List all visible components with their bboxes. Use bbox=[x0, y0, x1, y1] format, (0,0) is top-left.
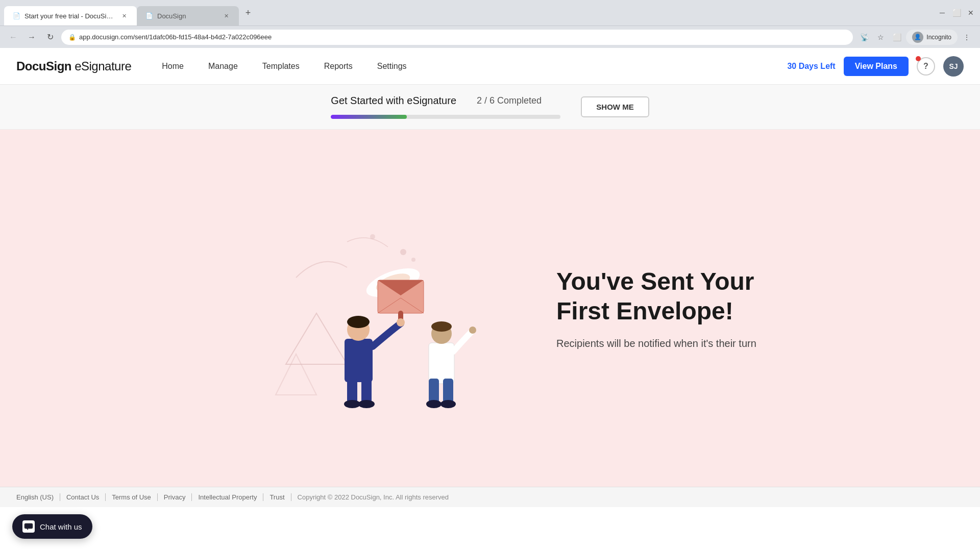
user-avatar[interactable]: SJ bbox=[943, 56, 964, 77]
browser-tab-inactive[interactable]: 📄 DocuSign ✕ bbox=[137, 6, 239, 26]
incognito-label: Incognito bbox=[926, 34, 951, 41]
browser-tabs: 📄 Start your free trial - DocuSign e... … bbox=[4, 0, 937, 26]
logo-suffix: eSignature bbox=[71, 59, 131, 73]
footer-contact[interactable]: Contact Us bbox=[60, 493, 106, 501]
footer-privacy[interactable]: Privacy bbox=[158, 493, 192, 501]
chat-widget[interactable]: Chat with us bbox=[12, 514, 92, 539]
footer-copyright: Copyright © 2022 DocuSign, Inc. All righ… bbox=[291, 493, 449, 501]
header-right: 30 Days Left View Plans ? SJ bbox=[787, 56, 964, 77]
hero-content: You've Sent Your First Envelope! Recipie… bbox=[536, 267, 791, 349]
svg-point-28 bbox=[469, 327, 476, 334]
show-me-button[interactable]: SHOW ME bbox=[581, 96, 649, 117]
forward-button[interactable]: → bbox=[24, 30, 39, 44]
svg-marker-30 bbox=[27, 529, 28, 530]
minimize-button[interactable]: ─ bbox=[937, 8, 947, 18]
menu-icon[interactable]: ⋮ bbox=[960, 30, 974, 44]
svg-point-15 bbox=[347, 316, 370, 328]
view-plans-button[interactable]: View Plans bbox=[844, 57, 909, 76]
progress-info: Get Started with eSignature 2 / 6 Comple… bbox=[331, 95, 649, 119]
new-tab-button[interactable]: + bbox=[241, 6, 255, 20]
incognito-badge[interactable]: 👤 Incognito bbox=[906, 30, 958, 45]
svg-point-27 bbox=[440, 400, 456, 408]
hero-title: You've Sent Your First Envelope! bbox=[556, 267, 791, 325]
toolbar-icons: 📡 ☆ ⬜ 👤 Incognito ⋮ bbox=[857, 30, 974, 45]
chat-label: Chat with us bbox=[40, 522, 82, 531]
notification-dot bbox=[916, 56, 921, 61]
nav-manage[interactable]: Manage bbox=[208, 60, 238, 73]
tab-close-1[interactable]: ✕ bbox=[119, 11, 129, 20]
app-container: DocuSign eSignature Home Manage Template… bbox=[0, 48, 980, 551]
incognito-icon: 👤 bbox=[912, 32, 923, 43]
nav-templates[interactable]: Templates bbox=[262, 60, 300, 73]
svg-point-4 bbox=[370, 234, 375, 239]
svg-point-18 bbox=[344, 400, 360, 408]
hero-subtitle: Recipients will be notified when it's th… bbox=[556, 338, 791, 349]
svg-point-26 bbox=[426, 400, 442, 408]
browser-toolbar: ← → ↻ 🔒 app.docusign.com/sent/1dafc06b-f… bbox=[0, 26, 980, 48]
maximize-button[interactable]: ⬜ bbox=[951, 8, 962, 18]
app-header: DocuSign eSignature Home Manage Template… bbox=[0, 48, 980, 85]
bookmark-icon[interactable]: ☆ bbox=[873, 30, 888, 44]
url-text: app.docusign.com/sent/1dafc06b-fd15-48a4… bbox=[79, 33, 846, 41]
svg-point-3 bbox=[411, 258, 415, 262]
svg-marker-1 bbox=[276, 354, 316, 395]
hero-svg bbox=[245, 201, 480, 415]
svg-point-19 bbox=[358, 400, 375, 408]
days-left-label[interactable]: 30 Days Left bbox=[787, 62, 835, 71]
refresh-button[interactable]: ↻ bbox=[43, 30, 57, 44]
svg-point-2 bbox=[400, 249, 406, 255]
address-bar[interactable]: 🔒 app.docusign.com/sent/1dafc06b-fd15-48… bbox=[61, 30, 853, 45]
footer-language[interactable]: English (US) bbox=[16, 493, 60, 501]
logo[interactable]: DocuSign eSignature bbox=[16, 59, 131, 73]
progress-bar-fill bbox=[331, 115, 407, 119]
nav-reports[interactable]: Reports bbox=[324, 60, 353, 73]
tab-favicon-2: 📄 bbox=[145, 12, 153, 20]
nav-settings[interactable]: Settings bbox=[377, 60, 407, 73]
logo-brand: DocuSign bbox=[16, 59, 71, 73]
footer-terms[interactable]: Terms of Use bbox=[106, 493, 158, 501]
lock-icon: 🔒 bbox=[68, 34, 76, 41]
back-button[interactable]: ← bbox=[6, 30, 20, 44]
footer-ip[interactable]: Intellectual Property bbox=[192, 493, 263, 501]
svg-rect-29 bbox=[24, 523, 33, 529]
tab-close-2[interactable]: ✕ bbox=[222, 11, 231, 20]
progress-count: 2 / 6 Completed bbox=[477, 95, 542, 106]
logo-text: DocuSign eSignature bbox=[16, 59, 131, 73]
progress-title: Get Started with eSignature bbox=[331, 95, 456, 107]
window-controls: ─ ⬜ ✕ bbox=[937, 8, 976, 18]
extension-icon[interactable]: ⬜ bbox=[890, 30, 904, 44]
tab-favicon-1: 📄 bbox=[12, 12, 20, 20]
browser-tab-active[interactable]: 📄 Start your free trial - DocuSign e... … bbox=[4, 6, 137, 26]
nav-home[interactable]: Home bbox=[162, 60, 184, 73]
tab-title-2: DocuSign bbox=[157, 12, 217, 20]
footer-trust[interactable]: Trust bbox=[263, 493, 291, 501]
svg-point-20 bbox=[397, 318, 405, 327]
progress-banner: Get Started with eSignature 2 / 6 Comple… bbox=[0, 85, 980, 130]
close-button[interactable]: ✕ bbox=[966, 8, 976, 18]
svg-point-23 bbox=[431, 321, 452, 332]
svg-rect-13 bbox=[345, 339, 373, 382]
tab-title-1: Start your free trial - DocuSign e... bbox=[24, 12, 115, 20]
svg-rect-21 bbox=[429, 343, 454, 384]
progress-bar-container bbox=[331, 115, 560, 119]
progress-text-group: Get Started with eSignature 2 / 6 Comple… bbox=[331, 95, 560, 119]
browser-chrome: 📄 Start your free trial - DocuSign e... … bbox=[0, 0, 980, 26]
app-footer: English (US) Contact Us Terms of Use Pri… bbox=[0, 487, 980, 507]
hero-section: You've Sent Your First Envelope! Recipie… bbox=[0, 130, 980, 487]
main-nav: Home Manage Templates Reports Settings bbox=[162, 60, 787, 73]
hero-illustration bbox=[189, 201, 536, 415]
chat-icon bbox=[22, 520, 35, 533]
cast-icon[interactable]: 📡 bbox=[857, 30, 871, 44]
